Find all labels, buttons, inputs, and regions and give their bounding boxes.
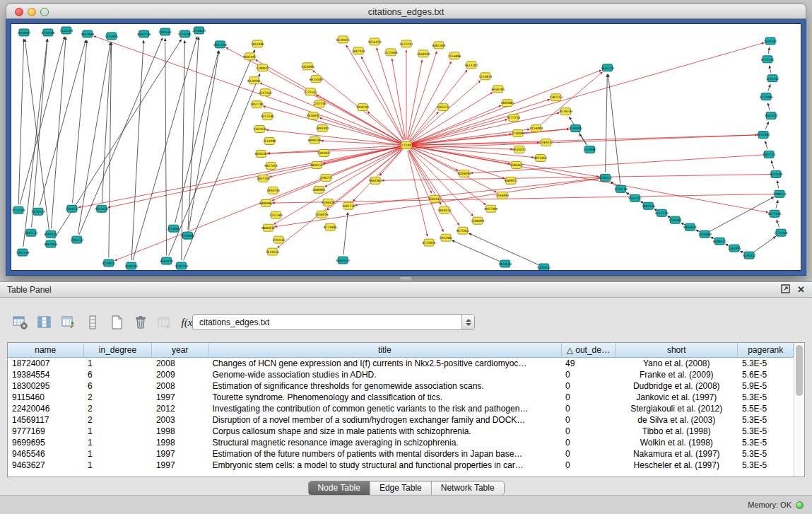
cell-in_degree[interactable]: 1 <box>83 426 152 437</box>
graph-node[interactable]: 1555049 <box>698 230 712 238</box>
graph-node[interactable]: 1485083 <box>500 100 514 107</box>
graph-edge[interactable] <box>754 236 776 252</box>
cell-in_degree[interactable]: 1 <box>83 460 152 471</box>
graph-edge[interactable] <box>579 134 587 145</box>
cell-name[interactable]: 22420046 <box>8 403 83 414</box>
cell-short[interactable]: Tibbo et al. (1998) <box>616 426 738 437</box>
graph-node[interactable]: 8261304 <box>213 41 227 48</box>
cell-in_degree[interactable]: 2 <box>83 392 152 403</box>
graph-node[interactable]: 2206771 <box>319 174 333 181</box>
graph-node[interactable]: 8694472 <box>713 238 726 245</box>
cell-year[interactable]: 1997 <box>152 460 208 471</box>
graph-edge[interactable] <box>40 40 86 206</box>
graph-node[interactable]: 9714205 <box>178 30 192 37</box>
graph-node[interactable]: 1305562 <box>158 28 172 35</box>
graph-node[interactable]: 1245093 <box>728 245 741 252</box>
cell-out_degree[interactable]: 0 <box>561 403 615 414</box>
cell-out_degree[interactable]: 0 <box>561 426 615 437</box>
graph-node[interactable]: 1125438 <box>384 49 398 56</box>
graph-node[interactable]: 1306467 <box>510 161 523 168</box>
column-header-year[interactable]: year <box>152 343 208 357</box>
graph-node[interactable]: 8790213 <box>599 174 612 181</box>
table-row[interactable]: 1938455462009Genome-wide association stu… <box>8 369 794 380</box>
cell-title[interactable]: Tourette syndrome. Phenomenology and cla… <box>208 392 561 403</box>
new-table-icon[interactable] <box>107 313 126 332</box>
graph-edge[interactable] <box>626 192 630 195</box>
graph-node[interactable]: 1954007 <box>18 29 31 36</box>
cell-title[interactable]: Disruption of a novel member of a sodium… <box>208 414 561 426</box>
graph-node[interactable]: 1143542 <box>766 75 779 82</box>
graph-node[interactable]: 9555317 <box>628 194 642 201</box>
graph-node[interactable]: 8099708 <box>308 137 322 144</box>
graph-node[interactable]: 8354308 <box>41 29 54 36</box>
graph-node[interactable]: 1556501 <box>764 37 777 45</box>
graph-node[interactable]: 1565215 <box>436 104 449 111</box>
graph-node[interactable]: 2516041 <box>167 225 180 232</box>
cell-name[interactable]: 9777169 <box>8 426 83 437</box>
graph-node[interactable]: 9370229 <box>32 208 45 215</box>
graph-node[interactable]: 8677010 <box>768 210 782 217</box>
graph-edge[interactable] <box>410 149 473 216</box>
cell-in_degree[interactable]: 1 <box>83 357 152 369</box>
graph-node[interactable]: 1240013 <box>256 64 269 71</box>
graph-node[interactable]: 8204094 <box>457 170 471 177</box>
import-table-icon[interactable] <box>155 313 174 332</box>
table-options-icon[interactable] <box>11 313 30 332</box>
graph-node[interactable]: 1664950 <box>417 50 430 57</box>
graph-edge[interactable] <box>411 112 439 141</box>
graph-node[interactable]: 1216044 <box>511 130 524 137</box>
graph-node[interactable]: 1505133 <box>70 236 83 243</box>
splitter-handle[interactable] <box>400 277 411 281</box>
table-selector-dropdown[interactable]: citations_edges.txt <box>192 314 475 330</box>
graph-node[interactable]: 7619514 <box>266 248 279 255</box>
graph-edge[interactable] <box>379 149 403 175</box>
graph-edge[interactable] <box>767 103 770 110</box>
graph-edge[interactable] <box>710 237 714 239</box>
graph-node[interactable]: 1642533 <box>765 112 778 119</box>
graph-node[interactable]: 8773406 <box>324 223 337 230</box>
network-graph-svg[interactable]: 1724018524069602407124001381289411547563… <box>11 24 801 270</box>
zoom-window-button[interactable] <box>40 8 49 16</box>
column-header-name[interactable]: name <box>8 343 83 357</box>
graph-node[interactable]: 17240 <box>401 142 411 149</box>
graph-edge[interactable] <box>412 99 550 144</box>
graph-edge[interactable] <box>319 117 401 144</box>
cell-year[interactable]: 1998 <box>152 437 208 448</box>
cell-title[interactable]: Estimation of the future numbers of pati… <box>208 448 561 460</box>
graph-node[interactable]: 1193542 <box>272 236 286 243</box>
graph-node[interactable]: 1648205 <box>124 262 138 269</box>
graph-node[interactable]: 1764493 <box>495 192 509 199</box>
table-row[interactable]: 946554611997Estimation of the future num… <box>8 448 794 460</box>
float-panel-icon[interactable] <box>781 284 790 295</box>
cell-pagerank[interactable]: 5.3E-5 <box>738 426 794 437</box>
cell-out_degree[interactable]: 0 <box>561 414 615 426</box>
graph-edge[interactable] <box>777 220 779 228</box>
graph-node[interactable]: 9536470 <box>368 38 382 45</box>
column-header-title[interactable]: title <box>208 343 561 357</box>
graph-node[interactable]: 8365029 <box>160 257 173 264</box>
cell-title[interactable]: Estimation of significance thresholds fo… <box>208 380 561 392</box>
graph-edge[interactable] <box>346 45 404 141</box>
graph-node[interactable]: 1154808 <box>447 52 461 59</box>
cell-year[interactable]: 1997 <box>152 392 208 403</box>
cell-year[interactable]: 1998 <box>152 426 208 437</box>
tab-node-table[interactable]: Node Table <box>308 481 370 495</box>
graph-edge[interactable] <box>267 146 401 153</box>
table-row[interactable]: 911546021997Tourette syndrome. Phenomeno… <box>8 392 794 403</box>
graph-node[interactable]: 9572251 <box>400 40 413 47</box>
graph-edge[interactable] <box>681 223 685 225</box>
graph-node[interactable]: 1556078 <box>315 211 329 218</box>
column-header-short[interactable]: short <box>616 343 738 357</box>
show-hide-columns-icon[interactable] <box>35 313 54 332</box>
cell-pagerank[interactable]: 5.3E-5 <box>738 414 794 426</box>
cell-year[interactable]: 2003 <box>152 414 208 426</box>
cell-in_degree[interactable]: 2 <box>83 403 152 414</box>
graph-node[interactable]: 1154987 <box>583 146 596 153</box>
graph-node[interactable]: 8130473 <box>336 36 350 43</box>
graph-node[interactable]: 1402168 <box>642 202 655 209</box>
cell-name[interactable]: 9463627 <box>8 460 83 471</box>
tab-edge-table[interactable]: Edge Table <box>370 481 432 495</box>
graph-node[interactable]: 1082251 <box>763 151 776 158</box>
graph-node[interactable]: 1770318 <box>775 229 788 236</box>
cell-short[interactable]: Hescheler et al. (1997) <box>616 460 738 471</box>
